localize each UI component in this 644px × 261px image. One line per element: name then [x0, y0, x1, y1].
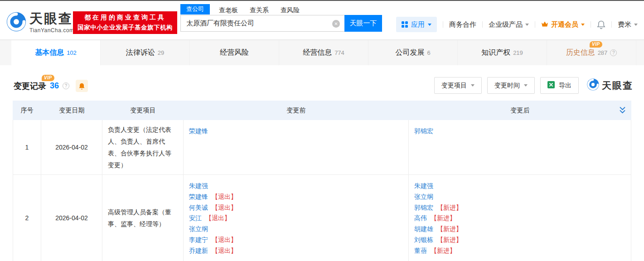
tab-company-development[interactable]: 公司发展 6	[368, 40, 458, 65]
nav-enterprise-product[interactable]: 企业级产品	[489, 20, 529, 29]
company-section-tabs: 基本信息 102 法律诉讼 29 经营风险 经营信息 774 公司发展 6 知识…	[0, 40, 644, 65]
row-number-cell: 1	[13, 120, 41, 174]
person-link[interactable]: 胡建雄	[414, 225, 433, 232]
person-link[interactable]: 何美诚	[189, 204, 208, 211]
nav-open-vip[interactable]: 开通会员	[541, 20, 585, 29]
person-link[interactable]: 朱建强	[189, 182, 208, 189]
person-link[interactable]: 张立纲	[414, 193, 433, 200]
nav-business-coop[interactable]: 商务合作	[449, 20, 476, 29]
tab-label: 法律诉讼	[126, 48, 155, 58]
person-link[interactable]: 荣建锋	[189, 127, 208, 135]
vip-badge: VIP	[590, 41, 602, 48]
person-link[interactable]: 张立纲	[189, 225, 208, 232]
tab-legal-litigation[interactable]: 法律诉讼 29	[101, 40, 190, 65]
person-link[interactable]: 乔建新	[189, 247, 208, 254]
table-row: 12026-04-02负责人变更（法定代表人、负责人、首席代表、合伙事务执行人等…	[13, 120, 631, 175]
search-tabs: 查公司 查老板 查关系 查风险	[180, 7, 382, 14]
vip-badge: VIP	[42, 75, 54, 81]
search-box: ✕	[180, 15, 344, 32]
change-count: 36	[50, 81, 59, 90]
caret-down-icon	[524, 84, 528, 88]
logo-domain: TianYanCha.com	[29, 27, 74, 34]
page: 天眼查 TianYanCha.com 都在用的商业查询工具 国家中小企业发展子基…	[0, 0, 644, 261]
crown-icon	[541, 21, 548, 29]
tab-count: 287	[598, 49, 608, 56]
divider	[482, 21, 483, 28]
person-link[interactable]: 李建宁	[189, 236, 208, 243]
search-tab-risk[interactable]: 查风险	[281, 6, 300, 14]
subscribe-bell-button[interactable]	[76, 80, 88, 92]
apps-menu[interactable]: 应用	[396, 17, 437, 32]
search-button[interactable]: 天眼一下	[344, 15, 382, 32]
divider	[611, 21, 612, 28]
tab-label: 基本信息	[35, 48, 64, 58]
person-link[interactable]: 郭锦宏	[414, 204, 433, 211]
user-menu[interactable]: 费米	[618, 20, 638, 29]
notification-bell-icon[interactable]	[597, 20, 605, 29]
tianyancha-swirl-icon	[6, 12, 26, 34]
divider	[591, 21, 591, 28]
tab-label: 经营风险	[220, 48, 249, 58]
change-tag: 【退出】	[212, 236, 237, 243]
change-tag: 【新进】	[437, 225, 462, 232]
filter-change-time-button[interactable]: 变更时间	[487, 77, 535, 94]
person-line: 朱建强	[414, 181, 626, 192]
person-line: 何美诚【退出】	[189, 203, 404, 213]
change-tag: 【新进】	[431, 214, 456, 222]
collapse-double-chevron-icon[interactable]	[619, 106, 626, 116]
tab-label: 公司发展	[395, 48, 424, 58]
tianyancha-logo[interactable]: 天眼查 TianYanCha.com	[6, 12, 74, 34]
filter-change-item-button[interactable]: 变更项目	[434, 77, 482, 94]
change-tag: 【退出】	[205, 214, 231, 222]
person-line: 张立纲	[414, 192, 626, 203]
logo-title: 天眼查	[29, 12, 74, 25]
username: 费米	[618, 20, 631, 29]
tab-count: 6	[427, 49, 430, 56]
tab-history-info[interactable]: 历史信息 VIP 287 ?	[547, 40, 636, 65]
divider	[443, 21, 443, 28]
table-body: 12026-04-02负责人变更（法定代表人、负责人、首席代表、合伙事务执行人等…	[13, 120, 631, 261]
tab-label: 经营信息	[303, 48, 332, 58]
section-controls: 变更项目 变更时间 导出 天眼查	[434, 77, 633, 94]
change-tag: 【新进】	[437, 236, 462, 243]
search-input[interactable]	[181, 15, 344, 31]
change-date-cell: 2026-04-02	[41, 175, 102, 261]
person-line: 高伟【新进】	[414, 213, 626, 224]
tab-basic-info[interactable]: 基本信息 102	[11, 40, 101, 65]
tab-operation-info[interactable]: 经营信息 774	[279, 40, 368, 65]
tab-intellectual-property[interactable]: 知识产权 219	[458, 40, 547, 65]
person-line: 郭锦宏【新进】	[414, 203, 626, 213]
help-icon[interactable]: ?	[610, 49, 617, 56]
person-link[interactable]: 郭锦宏	[414, 127, 433, 135]
col-序号: 序号	[13, 106, 41, 115]
person-link[interactable]: 安江	[189, 214, 202, 222]
tab-operation-risk[interactable]: 经营风险	[190, 40, 279, 65]
search-tab-company[interactable]: 查公司	[180, 4, 210, 14]
person-line: 胡建雄【新进】	[414, 224, 626, 235]
person-link[interactable]: 刘银栋	[414, 236, 433, 243]
clear-search-icon[interactable]: ✕	[332, 20, 340, 28]
tab-label: 知识产权	[481, 48, 510, 58]
tab-label: 历史信息	[566, 48, 595, 56]
col-变更后: 变更后	[409, 106, 631, 115]
tab-count: 774	[334, 49, 344, 56]
search-tab-relation[interactable]: 查关系	[250, 6, 269, 14]
person-link[interactable]: 董蓓	[414, 247, 427, 254]
person-link[interactable]: 荣建锋	[189, 193, 208, 200]
search-tab-boss[interactable]: 查老板	[219, 6, 238, 14]
caret-down-icon	[634, 24, 638, 28]
caret-down-icon	[581, 24, 585, 28]
person-link[interactable]: 朱建强	[414, 182, 433, 189]
help-icon[interactable]: ?	[63, 82, 69, 89]
person-line: 安江【退出】	[189, 213, 404, 224]
change-tag: 【新进】	[431, 247, 456, 254]
change-before-cell: 荣建锋	[184, 120, 409, 174]
person-link[interactable]: 高伟	[414, 214, 427, 222]
tab-count: 102	[67, 49, 77, 56]
export-label: 导出	[559, 82, 571, 90]
watermark-logo: 天眼查	[587, 78, 633, 92]
change-before-cell: 朱建强荣建锋【退出】何美诚【退出】安江【退出】张立纲李建宁【退出】乔建新【退出】	[184, 175, 409, 261]
person-line: 刘银栋【新进】	[414, 235, 626, 246]
export-button[interactable]: 导出	[540, 77, 579, 94]
change-after-cell: 郭锦宏	[409, 120, 631, 174]
